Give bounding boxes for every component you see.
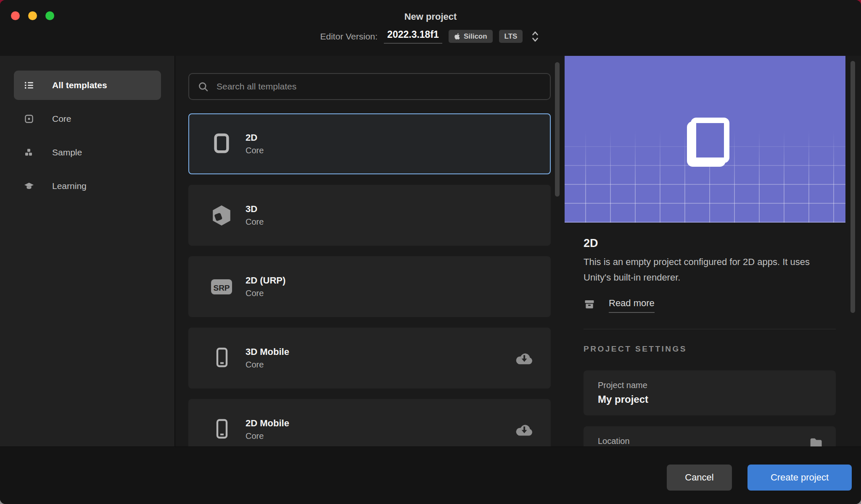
core-icon xyxy=(24,114,34,124)
square-outline-icon xyxy=(210,132,233,156)
version-picker-button[interactable] xyxy=(530,30,541,43)
titlebar: New project Editor Version: 2022.3.18f1 … xyxy=(0,0,861,56)
template-subtitle: Core xyxy=(246,431,503,441)
template-card-2d-urp[interactable]: SRP 2D (URP) Core xyxy=(188,256,551,317)
preview-2d-glyph xyxy=(691,118,729,163)
srp-badge-icon: SRP xyxy=(210,275,233,299)
silicon-badge: Silicon xyxy=(449,30,493,43)
template-title: 2D (URP) xyxy=(246,275,533,286)
editor-version-value[interactable]: 2022.3.18f1 xyxy=(384,29,442,44)
sidebar-item-label: Learning xyxy=(52,181,87,191)
template-subtitle: Core xyxy=(246,146,533,155)
create-project-button[interactable]: Create project xyxy=(747,465,852,491)
sidebar-item-all-templates[interactable]: All templates xyxy=(14,71,161,100)
expand-updown-icon xyxy=(530,30,541,43)
project-settings-heading: PROJECT SETTINGS xyxy=(584,344,836,354)
location-field[interactable]: Location xyxy=(584,426,836,446)
minimize-window-button[interactable] xyxy=(28,11,37,20)
template-list-scrollbar[interactable] xyxy=(555,62,560,197)
desktop-background: New project Editor Version: 2022.3.18f1 … xyxy=(0,0,861,504)
template-card-2d[interactable]: 2D Core xyxy=(188,113,551,174)
sidebar-item-sample[interactable]: Sample xyxy=(14,138,161,167)
project-name-label: Project name xyxy=(598,381,821,390)
phone-icon xyxy=(210,346,233,370)
template-subtitle: Core xyxy=(246,360,503,370)
silicon-badge-label: Silicon xyxy=(464,33,487,40)
sidebar-item-label: Core xyxy=(52,114,71,124)
location-label: Location xyxy=(598,436,821,446)
graduation-cap-icon xyxy=(24,181,34,191)
read-more-link[interactable]: Read more xyxy=(584,298,836,313)
template-card-3d[interactable]: 3D Core xyxy=(188,185,551,246)
sidebar-item-core[interactable]: Core xyxy=(14,104,161,134)
template-detail-title: 2D xyxy=(584,237,836,250)
sample-blocks-icon xyxy=(24,147,34,158)
template-title: 3D xyxy=(246,204,533,215)
download-cloud-icon[interactable] xyxy=(515,421,533,438)
template-list-panel: 2D Core 3D Core xyxy=(175,56,565,446)
search-icon xyxy=(198,81,209,92)
template-preview-image xyxy=(565,56,845,223)
sidebar-item-label: Sample xyxy=(52,147,82,158)
footer-bar: Cancel Create project xyxy=(0,446,861,504)
template-subtitle: Core xyxy=(246,217,533,227)
editor-version-row: Editor Version: 2022.3.18f1 Silicon LTS xyxy=(0,29,861,44)
search-input[interactable] xyxy=(216,81,541,92)
template-title: 3D Mobile xyxy=(246,346,503,357)
template-card-2d-mobile[interactable]: 2D Mobile Core xyxy=(188,399,551,446)
project-name-value[interactable]: My project xyxy=(598,394,821,405)
svg-text:SRP: SRP xyxy=(213,284,230,292)
sidebar-item-learning[interactable]: Learning xyxy=(14,171,161,201)
list-icon xyxy=(24,80,34,90)
folder-icon[interactable] xyxy=(809,437,823,446)
search-box xyxy=(188,73,551,100)
package-icon xyxy=(584,299,595,310)
zoom-window-button[interactable] xyxy=(45,11,54,20)
apple-icon xyxy=(454,33,460,40)
template-card-3d-mobile[interactable]: 3D Mobile Core xyxy=(188,328,551,388)
cancel-button[interactable]: Cancel xyxy=(667,465,732,491)
close-window-button[interactable] xyxy=(11,11,20,20)
divider xyxy=(584,329,836,329)
lts-badge: LTS xyxy=(499,30,523,43)
traffic-lights xyxy=(11,11,54,20)
phone-icon xyxy=(210,418,233,441)
lts-badge-label: LTS xyxy=(504,33,518,40)
content-area: All templates Core xyxy=(0,56,861,446)
editor-version-label: Editor Version: xyxy=(320,32,378,42)
details-scrollbar[interactable] xyxy=(850,61,855,313)
download-cloud-icon[interactable] xyxy=(515,349,533,367)
template-title: 2D Mobile xyxy=(246,418,503,429)
details-body: 2D This is an empty project configured f… xyxy=(565,223,836,446)
cube-icon xyxy=(210,204,233,227)
read-more-label: Read more xyxy=(609,298,655,313)
sidebar: All templates Core xyxy=(0,56,175,446)
window-title: New project xyxy=(0,0,861,22)
template-subtitle: Core xyxy=(246,289,533,298)
new-project-window: New project Editor Version: 2022.3.18f1 … xyxy=(0,0,861,504)
details-panel: 2D This is an empty project configured f… xyxy=(565,56,861,446)
template-title: 2D xyxy=(246,132,533,143)
template-description: This is an empty project configured for … xyxy=(584,254,836,285)
project-name-field[interactable]: Project name My project xyxy=(584,370,836,415)
sidebar-item-label: All templates xyxy=(52,80,107,90)
